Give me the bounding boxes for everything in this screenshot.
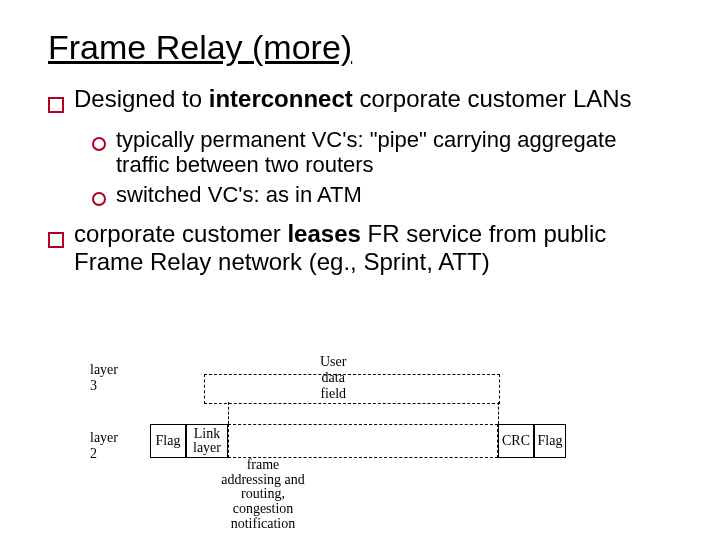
flag-box: Flag <box>534 424 566 458</box>
user-data-box <box>204 374 500 404</box>
crc-box: CRC <box>498 424 534 458</box>
subbullet-switched-vc: switched VC's: as in ATM <box>92 182 672 212</box>
dashed-connector <box>228 402 229 424</box>
layer3-label: layer 3 <box>90 362 118 394</box>
text-pre: corporate customer <box>74 220 287 247</box>
subbullet-permanent-vc: typically permanent VC's: "pipe" carryin… <box>92 127 672 178</box>
slide: Frame Relay (more) Designed to interconn… <box>0 0 720 540</box>
layer2-row: Flag Link layer CRC Flag <box>150 424 566 458</box>
square-bullet-icon <box>48 226 64 278</box>
frame-addressing-label: frame addressing and routing, congestion… <box>218 458 308 531</box>
flag-box: Flag <box>150 424 186 458</box>
text-bold: leases <box>287 220 360 247</box>
payload-box <box>228 424 498 458</box>
square-bullet-icon <box>48 91 64 119</box>
text-post: corporate customer LANs <box>353 85 632 112</box>
dashed-connector <box>498 402 499 424</box>
bullet-item-leases: corporate customer leases FR service fro… <box>48 220 672 278</box>
subbullet-text: typically permanent VC's: "pipe" carryin… <box>116 127 672 178</box>
text-pre: Designed to <box>74 85 209 112</box>
link-layer-box: Link layer <box>186 424 228 458</box>
text-bold: interconnect <box>209 85 353 112</box>
layer2-label: layer 2 <box>90 430 118 462</box>
bullet-text: Designed to interconnect corporate custo… <box>74 85 672 119</box>
slide-title: Frame Relay (more) <box>48 28 672 67</box>
subbullet-text: switched VC's: as in ATM <box>116 182 672 212</box>
bullet-text: corporate customer leases FR service fro… <box>74 220 672 278</box>
circle-bullet-icon <box>92 131 106 178</box>
layer3-row <box>204 374 500 404</box>
circle-bullet-icon <box>92 186 106 212</box>
bullet-item-designed: Designed to interconnect corporate custo… <box>48 85 672 119</box>
